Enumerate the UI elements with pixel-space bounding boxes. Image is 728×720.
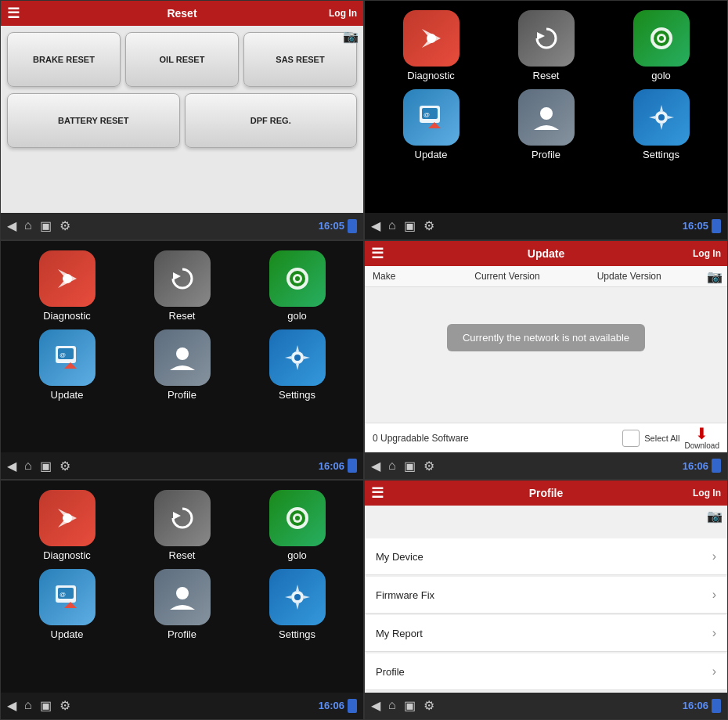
settings-icon-update[interactable]: ⚙ bbox=[423, 459, 434, 473]
window-icon-update[interactable]: ▣ bbox=[404, 459, 416, 473]
settings-icon-profile[interactable]: ⚙ bbox=[423, 698, 434, 713]
diagnostic-app-mid[interactable]: Diagnostic bbox=[13, 250, 121, 322]
golo-app-mid[interactable]: golo bbox=[243, 250, 351, 322]
sas-reset-button[interactable]: SAS RESET bbox=[243, 32, 357, 87]
home-top-time: 16:05 bbox=[683, 220, 708, 232]
golo-icon-mid bbox=[269, 250, 326, 307]
window-icon-home-mid[interactable]: ▣ bbox=[40, 459, 52, 473]
settings-label-bot: Settings bbox=[279, 628, 315, 640]
reset-toolbar: ◀ ⌂ ▣ ⚙ 16:05 bbox=[1, 213, 363, 239]
profile-app-bot[interactable]: Profile bbox=[128, 569, 236, 640]
firmware-label: Firmware Fix bbox=[376, 589, 434, 601]
settings-icon[interactable]: ⚙ bbox=[59, 218, 70, 233]
update-menu-icon[interactable]: ☰ bbox=[371, 245, 384, 262]
home-bot-panel: Diagnostic Reset golo @ Update bbox=[0, 480, 364, 720]
back-icon[interactable]: ◀ bbox=[7, 218, 16, 233]
profile-title: Profile bbox=[529, 487, 564, 499]
back-icon-home-top[interactable]: ◀ bbox=[371, 218, 380, 233]
settings-app-mid[interactable]: Settings bbox=[243, 329, 351, 401]
svg-text:@: @ bbox=[59, 351, 66, 358]
battery-reset-button[interactable]: BATTERY RESET bbox=[7, 93, 180, 148]
reset-buttons-row2: BATTERY RESET DPF REG. bbox=[1, 93, 363, 154]
settings-app-bot[interactable]: Settings bbox=[243, 569, 351, 640]
back-icon-home-mid[interactable]: ◀ bbox=[7, 459, 16, 473]
window-icon-profile[interactable]: ▣ bbox=[404, 698, 416, 713]
settings-icon-home-bot[interactable]: ⚙ bbox=[59, 698, 70, 713]
update-label-mid: Update bbox=[51, 389, 84, 401]
settings-app[interactable]: Settings bbox=[607, 89, 715, 160]
update-login-button[interactable]: Log In bbox=[693, 248, 721, 259]
update-header: ☰ Update Log In bbox=[365, 241, 727, 266]
home-icon[interactable]: ⌂ bbox=[24, 218, 32, 233]
profile-item-mydevice[interactable]: My Device › bbox=[365, 538, 727, 575]
home-icon-profile[interactable]: ⌂ bbox=[388, 698, 396, 713]
window-icon[interactable]: ▣ bbox=[40, 218, 52, 233]
signal-indicator-home-mid bbox=[348, 459, 357, 473]
reset-app-bot[interactable]: Reset bbox=[128, 490, 236, 561]
profile-menu-icon[interactable]: ☰ bbox=[371, 484, 384, 502]
home-top-panel: Diagnostic Reset golo @ Update bbox=[364, 0, 728, 240]
toolbar-left: ◀ ⌂ ▣ ⚙ bbox=[7, 218, 70, 233]
settings-label-mid: Settings bbox=[279, 389, 315, 401]
home-icon-home-top[interactable]: ⌂ bbox=[388, 218, 396, 233]
diagnostic-label-mid: Diagnostic bbox=[43, 310, 91, 322]
update-app[interactable]: @ Update bbox=[377, 89, 485, 160]
svg-point-18 bbox=[295, 276, 300, 281]
golo-app-bot[interactable]: golo bbox=[243, 490, 351, 561]
svg-point-0 bbox=[427, 34, 436, 43]
update-app-bot[interactable]: @ Update bbox=[13, 569, 121, 640]
download-label: Download bbox=[685, 441, 719, 450]
settings-icon-home-top[interactable]: ⚙ bbox=[423, 218, 434, 233]
dpf-reg-button[interactable]: DPF REG. bbox=[185, 93, 358, 148]
reset-app[interactable]: Reset bbox=[492, 10, 600, 81]
diagnostic-icon-mid bbox=[39, 250, 96, 307]
profile-item-firmware[interactable]: Firmware Fix › bbox=[365, 577, 727, 614]
profile-app-topright[interactable]: Profile bbox=[492, 89, 600, 160]
profile-label-topright: Profile bbox=[532, 149, 560, 160]
diagnostic-icon-bot bbox=[39, 490, 96, 546]
mydevice-chevron: › bbox=[712, 549, 716, 563]
brake-reset-button[interactable]: BRAKE RESET bbox=[7, 32, 121, 87]
golo-app[interactable]: golo bbox=[607, 10, 715, 81]
back-icon-home-bot[interactable]: ◀ bbox=[7, 698, 16, 713]
back-icon-update[interactable]: ◀ bbox=[371, 459, 380, 473]
profile-login-button[interactable]: Log In bbox=[693, 488, 721, 499]
reset-label-mid: Reset bbox=[169, 310, 196, 322]
svg-marker-27 bbox=[173, 512, 181, 520]
oil-reset-button[interactable]: OIL RESET bbox=[125, 32, 239, 87]
login-button[interactable]: Log In bbox=[329, 8, 357, 19]
settings-icon-bot bbox=[269, 569, 326, 625]
menu-icon[interactable]: ☰ bbox=[7, 5, 20, 22]
reset-app-mid[interactable]: Reset bbox=[128, 250, 236, 322]
window-icon-home-top[interactable]: ▣ bbox=[404, 218, 416, 233]
home-top-toolbar: ◀ ⌂ ▣ ⚙ 16:05 bbox=[365, 213, 727, 239]
golo-label: golo bbox=[651, 70, 671, 81]
home-icon-update[interactable]: ⌂ bbox=[388, 459, 396, 473]
profile-icon-topright bbox=[518, 89, 575, 146]
diagnostic-app-bot[interactable]: Diagnostic bbox=[13, 490, 121, 561]
profile-item-myreport[interactable]: My Report › bbox=[365, 615, 727, 652]
download-button[interactable]: ⬇ Download bbox=[685, 426, 719, 450]
signal-indicator-home-bot bbox=[348, 699, 357, 713]
update-app-mid[interactable]: @ Update bbox=[13, 329, 121, 401]
profile-app-mid[interactable]: Profile bbox=[128, 329, 236, 401]
settings-icon-home-mid[interactable]: ⚙ bbox=[59, 459, 70, 473]
update-time: 16:06 bbox=[683, 460, 708, 472]
diagnostic-app[interactable]: Diagnostic bbox=[377, 10, 485, 81]
diagnostic-label-bot: Diagnostic bbox=[43, 549, 91, 561]
update-camera-icon[interactable]: 📷 bbox=[707, 269, 723, 284]
download-arrow-icon: ⬇ bbox=[695, 426, 708, 441]
select-all-checkbox[interactable] bbox=[622, 430, 640, 447]
profile-panel: ☰ Profile Log In 📷 My Device › Firmware … bbox=[364, 480, 728, 720]
profile-camera-icon[interactable]: 📷 bbox=[707, 509, 723, 524]
home-icon-home-bot[interactable]: ⌂ bbox=[24, 698, 32, 713]
home-icon-home-mid[interactable]: ⌂ bbox=[24, 459, 32, 473]
reset-icon-bot bbox=[154, 490, 211, 546]
update-panel: ☰ Update Log In Make Current Version Upd… bbox=[364, 240, 728, 481]
profile-header: ☰ Profile Log In bbox=[365, 481, 727, 506]
camera-icon[interactable]: 📷 bbox=[343, 29, 359, 44]
profile-item-profile[interactable]: Profile › bbox=[365, 653, 727, 690]
window-icon-home-bot[interactable]: ▣ bbox=[40, 698, 52, 713]
update-message-area: Currently the network is not available bbox=[365, 287, 727, 389]
back-icon-profile[interactable]: ◀ bbox=[371, 698, 380, 713]
